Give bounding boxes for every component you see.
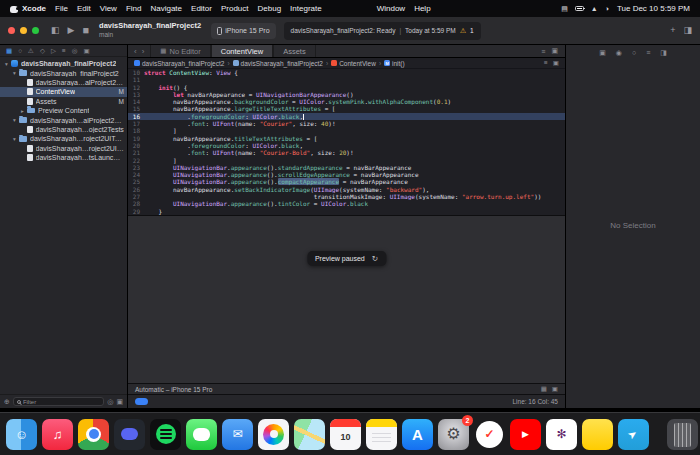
dock-icon-youtube[interactable]: ▶ xyxy=(510,419,541,450)
code-line[interactable]: 29 } xyxy=(128,208,565,215)
code-line[interactable]: 16 .foregroundColor: UIColor.black, xyxy=(128,113,565,120)
window-minimize-button[interactable] xyxy=(20,27,27,34)
stop-button[interactable]: ◼ xyxy=(82,27,89,35)
disclosure-icon[interactable]: ▾ xyxy=(11,136,18,142)
sidebar-toggle-icon[interactable]: ◧ xyxy=(51,26,60,35)
navigator-row[interactable]: ContentViewM xyxy=(0,87,127,96)
breadcrumb-item[interactable]: Minit() xyxy=(384,60,405,67)
disclosure-icon[interactable]: ▾ xyxy=(3,61,10,67)
menu-item-window[interactable]: Window xyxy=(377,4,405,13)
canvas-option-icon-0[interactable]: ▦ xyxy=(541,385,547,393)
disclosure-icon[interactable]: ▾ xyxy=(11,70,18,76)
navigator-tab-icon-1[interactable]: ○ xyxy=(18,47,22,54)
filter-option-icon-0[interactable]: ◎ xyxy=(107,398,113,406)
navigator-tab-icon-2[interactable]: ⚠ xyxy=(28,47,34,55)
code-line[interactable]: 11 xyxy=(128,76,565,83)
forward-icon[interactable]: › xyxy=(142,47,145,56)
line-number[interactable]: 25 xyxy=(128,178,144,185)
code-line[interactable]: 19 navBarAppearance.titleTextAttributes … xyxy=(128,135,565,142)
dock-icon-slack[interactable]: ✻ xyxy=(546,419,577,450)
code-line[interactable]: 26 navBarAppearance.setBackIndicatorImag… xyxy=(128,186,565,193)
document-proxy[interactable]: davisSharayah_finalProject2 main xyxy=(99,22,201,38)
dock-icon-system-settings[interactable]: ⚙2 xyxy=(438,419,469,450)
tab-option-icon-0[interactable]: ≡ xyxy=(541,48,545,55)
code-editor[interactable]: 10struct ContentView: View {1112 init() … xyxy=(128,69,565,215)
window-zoom-button[interactable] xyxy=(32,27,39,34)
navigator-tab-icon-6[interactable]: ◎ xyxy=(72,47,78,55)
line-number[interactable]: 12 xyxy=(128,84,144,91)
filter-field[interactable]: Filter xyxy=(13,397,104,406)
line-number[interactable]: 13 xyxy=(128,91,144,98)
tab-assets[interactable]: Assets xyxy=(273,45,316,57)
dock-icon-telegram[interactable]: ➤ xyxy=(618,419,649,450)
add-button[interactable]: + xyxy=(670,26,675,35)
navigator-tab-icon-7[interactable]: ▣ xyxy=(83,47,89,55)
code-line[interactable]: 10struct ContentView: View { xyxy=(128,69,565,76)
line-number[interactable]: 27 xyxy=(128,193,144,200)
breadcrumb-item[interactable]: ContentView xyxy=(331,60,376,67)
window-close-button[interactable] xyxy=(8,27,15,34)
menu-item-editor[interactable]: Editor xyxy=(191,4,212,13)
inspector-toggle-icon[interactable]: ◨ xyxy=(683,26,692,35)
code-line[interactable]: 15 navBarAppearance.largeTitleTextAttrib… xyxy=(128,105,565,112)
dock-icon-discord[interactable] xyxy=(114,419,145,450)
line-number[interactable]: 14 xyxy=(128,98,144,105)
crumb-option-icon-1[interactable]: ▣ xyxy=(553,59,559,67)
line-number[interactable]: 21 xyxy=(128,149,144,156)
code-line[interactable]: 23 UINavigationBar.appearance().standard… xyxy=(128,164,565,171)
navigator-tab-icon-3[interactable]: ◇ xyxy=(40,47,45,55)
filter-option-icon-1[interactable]: ▣ xyxy=(116,398,123,406)
dock-icon-stickies[interactable] xyxy=(582,419,613,450)
dock-icon-trash[interactable] xyxy=(667,419,698,450)
line-number[interactable]: 20 xyxy=(128,142,144,149)
tab-option-icon-1[interactable]: ▣ xyxy=(551,47,558,55)
navigator-row[interactable]: ▾davisSharayah…roject2UITests xyxy=(0,134,127,143)
code-line[interactable]: 21 .font: UIFont(name: "Courier-Bold", s… xyxy=(128,149,565,156)
navigator-tab-icon-4[interactable]: ▷ xyxy=(51,47,56,55)
line-number[interactable]: 16 xyxy=(128,113,144,120)
canvas-device-label[interactable]: Automatic – iPhone 15 Pro xyxy=(135,386,212,393)
navigator-row[interactable]: ▾davisSharayah…alProject2Tests xyxy=(0,115,127,124)
breadcrumb-item[interactable]: davisSharayah_finalProject2 xyxy=(233,60,323,67)
line-number[interactable]: 26 xyxy=(128,186,144,193)
code-line[interactable]: 22 ] xyxy=(128,157,565,164)
code-line[interactable]: 27 transitionMaskImage: UIImage(systemNa… xyxy=(128,193,565,200)
inspector-tab-icon-4[interactable]: ◨ xyxy=(660,49,667,57)
menu-item-view[interactable]: View xyxy=(100,4,117,13)
menu-item-product[interactable]: Product xyxy=(221,4,249,13)
inspector-tab-icon-3[interactable]: ≡ xyxy=(646,49,650,56)
menu-item-integrate[interactable]: Integrate xyxy=(290,4,322,13)
code-line[interactable]: 17 .font: UIFont(name: "Courier", size: … xyxy=(128,120,565,127)
code-line[interactable]: 24 UINavigationBar.appearance().scrollEd… xyxy=(128,171,565,178)
code-line[interactable]: 20 .foregroundColor: UIColor.black, xyxy=(128,142,565,149)
tab-no-editor[interactable]: ▦No Editor xyxy=(150,45,210,57)
dock-icon-notes[interactable] xyxy=(366,419,397,450)
crumb-option-icon-0[interactable]: ≡ xyxy=(544,59,548,67)
line-number[interactable]: 15 xyxy=(128,105,144,112)
inspector-tab-icon-1[interactable]: ◉ xyxy=(616,49,622,57)
disclosure-icon[interactable]: ▾ xyxy=(11,117,18,123)
navigator-row[interactable]: davisSharayah…tsLaunchTests xyxy=(0,153,127,162)
navigator-row[interactable]: AssetsM xyxy=(0,97,127,106)
display-icon[interactable]: ▤ xyxy=(561,5,568,13)
code-line[interactable]: 12 init() { xyxy=(128,84,565,91)
navigator-row[interactable]: davisSharaya…alProject2App xyxy=(0,78,127,87)
menu-item-debug[interactable]: Debug xyxy=(258,4,282,13)
dock-icon-calendar[interactable]: 10 xyxy=(330,419,361,450)
menu-item-help[interactable]: Help xyxy=(414,4,430,13)
code-line[interactable]: 18 ] xyxy=(128,127,565,134)
run-button[interactable]: ▶ xyxy=(68,26,75,35)
refresh-icon[interactable]: ↻ xyxy=(372,254,378,263)
line-number[interactable]: 19 xyxy=(128,135,144,142)
menu-item-navigate[interactable]: Navigate xyxy=(150,4,182,13)
line-number[interactable]: 24 xyxy=(128,171,144,178)
line-number[interactable]: 10 xyxy=(128,69,144,76)
dock-icon-app-store[interactable]: A xyxy=(402,419,433,450)
line-number[interactable]: 28 xyxy=(128,200,144,207)
control-center-icon[interactable]: ◑ xyxy=(605,5,609,12)
navigator-row[interactable]: davisSharayah…roject2UITests xyxy=(0,144,127,153)
code-line[interactable]: 28 UINavigationBar.appearance().tintColo… xyxy=(128,200,565,207)
navigator-row[interactable]: davisSharayah…oject2Tests xyxy=(0,125,127,134)
line-number[interactable]: 29 xyxy=(128,208,144,215)
dock-icon-chrome[interactable] xyxy=(78,419,109,450)
